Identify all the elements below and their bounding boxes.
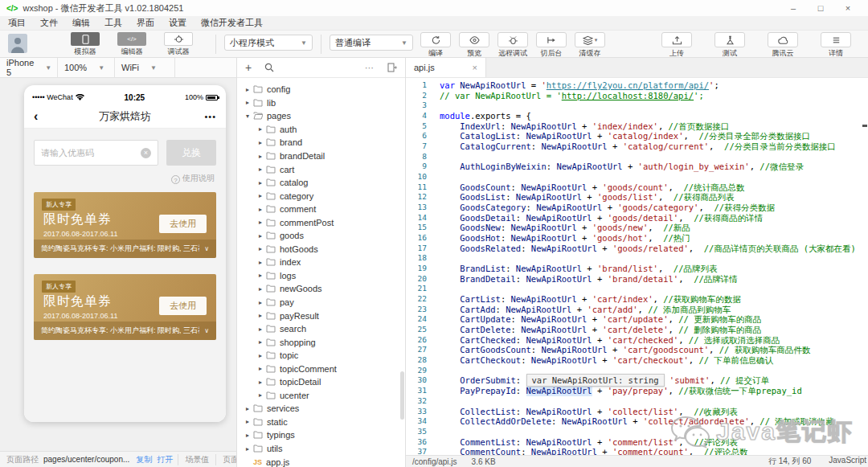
device-dropdown[interactable]: iPhone 5▼	[0, 58, 58, 77]
切后台-button[interactable]: 切后台	[535, 32, 567, 59]
editor-status-bar: /config/api.js 3.6 KB 行 14, 列 60 JavaScr…	[406, 455, 868, 467]
redeem-button[interactable]: 兑换	[166, 140, 216, 166]
coupon-code-input[interactable]: 请输入优惠码 ×	[34, 140, 158, 166]
token-comment: //商品详情页的关联商品 (大家都在看)	[704, 244, 856, 254]
tree-item-topicComment[interactable]: ▸topicComment	[237, 362, 405, 375]
token-comment: // 删除购物车的商品	[678, 325, 761, 335]
line-number: 20	[406, 274, 427, 285]
腾讯云-button[interactable]: 腾讯云	[767, 32, 799, 59]
tree-item-utils[interactable]: ▸utils	[237, 442, 405, 456]
scene-value-label[interactable]: 场景值	[178, 454, 215, 465]
预览-button[interactable]: 预览	[458, 32, 490, 59]
token-identifier: PayPrepayId	[460, 386, 516, 396]
tree-item-catalog[interactable]: ▸catalog	[237, 176, 405, 190]
tree-item-logs[interactable]: ▸logs	[237, 269, 405, 283]
page-params-label[interactable]: 页面参数	[215, 454, 236, 465]
tree-item-app.js[interactable]: JSapp.js	[237, 455, 405, 467]
tree-item-topicDetail[interactable]: ▸topicDetail	[237, 375, 405, 389]
copy-path-link[interactable]: 复制	[136, 454, 152, 465]
tree-item-goods[interactable]: ▸goods	[237, 229, 405, 243]
usage-help-link[interactable]: ?使用说明	[34, 173, 215, 184]
token-plain: ,	[648, 223, 663, 233]
tree-item-shopping[interactable]: ▸shopping	[237, 335, 405, 349]
more-options-icon[interactable]: ⋯	[365, 63, 375, 73]
tree-item-brand[interactable]: ▸brand	[237, 136, 405, 150]
token-plain: ,	[678, 437, 694, 448]
close-button[interactable]: ×	[834, 3, 862, 13]
tree-item-config[interactable]: ▸config	[237, 83, 405, 96]
coupon-description[interactable]: 简约陶瓷马克杯专享: 小米用户福利: 限时购, 三石福∨	[34, 322, 216, 340]
menu-item-微信开发者工具[interactable]: 微信开发者工具	[201, 17, 263, 29]
tree-item-index[interactable]: ▸index	[237, 256, 405, 269]
collapse-panel-icon[interactable]	[387, 63, 397, 72]
tree-scrollbar-thumb[interactable]	[400, 371, 404, 420]
token-identifier: GoodsHot	[460, 233, 501, 244]
tree-item-comment[interactable]: ▸comment	[237, 203, 405, 216]
tree-item-topic[interactable]: ▸topic	[237, 349, 405, 363]
tree-item-brandDetail[interactable]: ▸brandDetail	[237, 150, 405, 163]
maximize-button[interactable]: □	[807, 3, 834, 13]
network-dropdown[interactable]: WiFi▼	[115, 58, 175, 77]
tree-item-label: brandDetail	[280, 151, 325, 161]
menu-item-工具[interactable]: 工具	[104, 17, 122, 29]
cursor-position-label[interactable]: 行 14, 列 60	[768, 456, 811, 467]
tree-item-static[interactable]: ▸static	[237, 416, 405, 429]
coupon-title: 限时免单券	[43, 293, 112, 310]
code-line: 8	[406, 152, 868, 162]
tree-item-ucenter[interactable]: ▸ucenter	[237, 389, 405, 403]
tree-item-newGoods[interactable]: ▸newGoods	[237, 282, 405, 296]
compile-dropdown[interactable]: 普通编译 ▼	[330, 35, 413, 51]
clear-input-icon[interactable]: ×	[141, 148, 151, 158]
tree-item-hotGoods[interactable]: ▸hotGoods	[237, 243, 405, 256]
tree-item-pay[interactable]: ▸pay	[237, 296, 405, 309]
tree-item-search[interactable]: ▸search	[237, 322, 405, 336]
详情-button[interactable]: 详情	[820, 32, 852, 59]
menu-item-文件[interactable]: 文件	[40, 17, 58, 29]
menu-item-界面[interactable]: 界面	[137, 17, 154, 29]
compile-dropdown-value: 普通编译	[335, 37, 371, 49]
token-plain: :	[501, 121, 511, 132]
tree-item-commentPost[interactable]: ▸commentPost	[237, 215, 405, 229]
close-tab-icon[interactable]: ×	[473, 63, 477, 72]
清缓存-button[interactable]: ▾清缓存	[574, 32, 606, 59]
上传-button[interactable]: 上传	[661, 32, 693, 59]
back-chevron-icon[interactable]: ‹	[34, 109, 58, 124]
line-number: 17	[406, 244, 427, 254]
minimize-button[interactable]: –	[780, 3, 807, 13]
tree-item-services[interactable]: ▸services	[237, 402, 405, 416]
new-file-button[interactable]: +	[245, 61, 252, 74]
zoom-dropdown[interactable]: 100%▼	[58, 58, 115, 77]
use-coupon-button[interactable]: 去使用	[159, 297, 207, 315]
menu-item-编辑[interactable]: 编辑	[72, 17, 90, 29]
tree-item-label: lib	[267, 98, 276, 108]
token-string: 'collect/addordelete'	[643, 416, 750, 427]
tree-item-payResult[interactable]: ▸payResult	[237, 309, 405, 322]
tree-item-auth[interactable]: ▸auth	[237, 123, 405, 137]
code-area[interactable]: 1var NewApiRootUrl = 'https://fly2you.cn…	[406, 78, 868, 455]
use-coupon-button[interactable]: 去使用	[159, 215, 207, 233]
调试器-button[interactable]: 调试器	[161, 32, 196, 57]
menu-item-项目[interactable]: 项目	[8, 17, 26, 29]
coupon-description[interactable]: 简约陶瓷马克杯专享: 小米用户福利: 限时购, 三石福∨	[34, 240, 216, 258]
menu-item-设置[interactable]: 设置	[169, 17, 186, 29]
tree-item-typings[interactable]: ▸typings	[237, 428, 405, 442]
tab-api-js[interactable]: api.js ×	[406, 58, 486, 77]
open-path-link[interactable]: 打开	[157, 454, 173, 465]
mode-dropdown[interactable]: 小程序模式 ▼	[224, 35, 313, 51]
测试-button[interactable]: 测试	[714, 32, 746, 59]
tree-item-pages[interactable]: ▾pages	[237, 109, 405, 123]
编译-button[interactable]: 编译	[420, 32, 452, 59]
more-dots-icon[interactable]: •••	[192, 112, 216, 121]
user-avatar[interactable]	[8, 34, 27, 53]
coupon-card[interactable]: 新人专享限时免单券2017.06.08-2017.06.11去使用简约陶瓷马克杯…	[34, 274, 216, 340]
tree-item-category[interactable]: ▸category	[237, 189, 405, 203]
token-keyword: var	[440, 80, 455, 91]
tree-item-lib[interactable]: ▸lib	[237, 96, 405, 110]
模拟器-button[interactable]: 模拟器	[68, 32, 103, 57]
tree-item-cart[interactable]: ▸cart	[237, 162, 405, 176]
coupon-card[interactable]: 新人专享限时免单券2017.06.08-2017.06.11去使用简约陶瓷马克杯…	[34, 192, 216, 258]
language-mode-label[interactable]: JavaScript	[829, 456, 866, 467]
远程调试-button[interactable]: 远程调试	[497, 32, 529, 59]
编辑器-button[interactable]: </>编辑器	[114, 32, 149, 57]
search-icon[interactable]	[264, 63, 274, 72]
